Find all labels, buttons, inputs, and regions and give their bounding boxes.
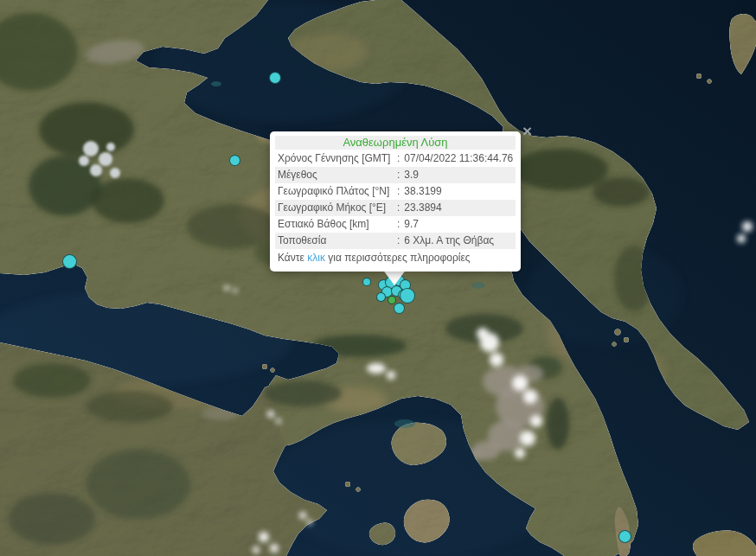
- earthquake-marker[interactable]: [62, 254, 77, 269]
- earthquake-marker[interactable]: [229, 155, 240, 166]
- row-label: Γεωγραφικό Πλάτος [°N]: [278, 183, 397, 200]
- map-container[interactable]: × Αναθεωρημένη Λύση Χρόνος Γέννησης [GMT…: [0, 0, 756, 556]
- row-value: 9.7: [400, 216, 419, 233]
- popup-row-origin-time: Χρόνος Γέννησης [GMT] : 07/04/2022 11:36…: [275, 150, 516, 167]
- earthquake-marker[interactable]: [400, 288, 415, 304]
- row-label: Εστιακό Βάθος [km]: [278, 216, 397, 233]
- earthquake-popup: × Αναθεωρημένη Λύση Χρόνος Γέννησης [GMT…: [270, 131, 521, 272]
- footer-prefix: Κάντε: [278, 252, 304, 264]
- row-value: 07/04/2022 11:36:44.76: [400, 150, 513, 167]
- popup-row-location: Τοποθεσία : 6 Χλμ. Α της Θήβας: [275, 233, 516, 249]
- row-value: 3.9: [400, 167, 419, 183]
- earthquake-marker[interactable]: [376, 292, 386, 302]
- earthquake-marker[interactable]: [394, 303, 405, 314]
- earthquake-marker[interactable]: [362, 278, 371, 286]
- popup-row-longitude: Γεωγραφικό Μήκος [°E] : 23.3894: [275, 200, 516, 216]
- row-value: 6 Χλμ. Α της Θήβας: [400, 233, 494, 249]
- footer-suffix: για περισσότερες πληροφορίες: [328, 252, 470, 264]
- earthquake-marker[interactable]: [269, 72, 281, 84]
- row-label: Τοποθεσία: [278, 233, 397, 249]
- popup-row-magnitude: Μέγεθος : 3.9: [275, 167, 516, 183]
- popup-row-depth: Εστιακό Βάθος [km] : 9.7: [275, 216, 516, 233]
- earthquake-marker[interactable]: [618, 530, 631, 543]
- popup-title: Αναθεωρημένη Λύση: [275, 136, 516, 150]
- earthquake-markers-layer: [0, 0, 756, 556]
- more-info-link[interactable]: κλικ: [307, 252, 325, 264]
- row-value: 38.3199: [400, 183, 441, 200]
- row-value: 23.3894: [400, 200, 441, 216]
- popup-row-latitude: Γεωγραφικό Πλάτος [°N] : 38.3199: [275, 183, 516, 200]
- row-label: Χρόνος Γέννησης [GMT]: [278, 150, 397, 167]
- row-label: Μέγεθος: [278, 167, 397, 183]
- popup-footer: Κάντε κλικ για περισσότερες πληροφορίες: [275, 249, 516, 266]
- popup-close-icon[interactable]: ×: [522, 123, 532, 139]
- row-label: Γεωγραφικό Μήκος [°E]: [278, 200, 397, 216]
